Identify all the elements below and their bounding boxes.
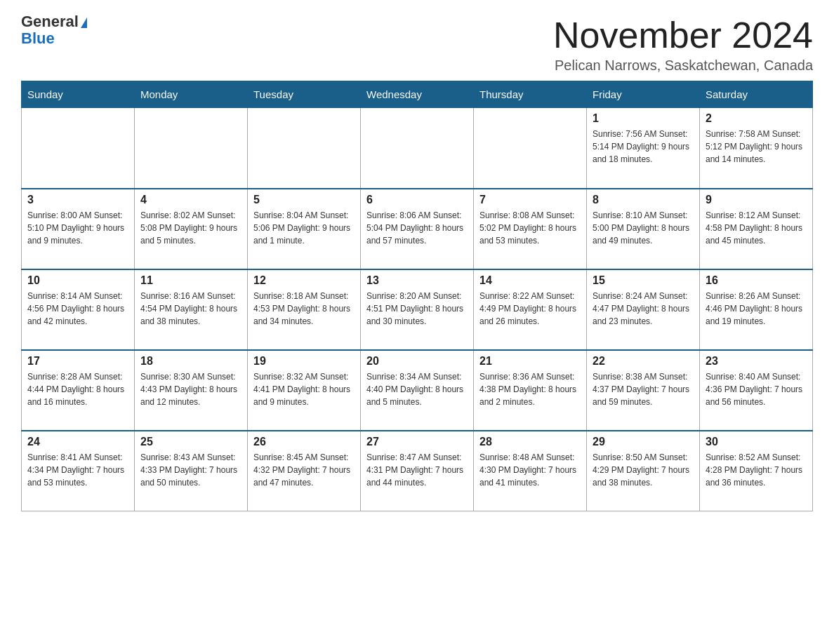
day-number: 1: [593, 112, 694, 125]
day-info: Sunrise: 8:34 AM Sunset: 4:40 PM Dayligh…: [366, 370, 468, 408]
weekday-header: Wednesday: [361, 81, 474, 108]
day-number: 7: [479, 194, 581, 206]
day-info: Sunrise: 8:00 AM Sunset: 5:10 PM Dayligh…: [27, 209, 128, 247]
calendar-cell: [474, 108, 587, 189]
day-number: 4: [140, 194, 241, 206]
calendar-cell: 28Sunrise: 8:48 AM Sunset: 4:30 PM Dayli…: [474, 431, 587, 511]
day-info: Sunrise: 8:48 AM Sunset: 4:30 PM Dayligh…: [479, 451, 581, 489]
calendar-cell: 8Sunrise: 8:10 AM Sunset: 5:00 PM Daylig…: [587, 189, 700, 269]
weekday-header: Thursday: [474, 81, 587, 108]
calendar-cell: 22Sunrise: 8:38 AM Sunset: 4:37 PM Dayli…: [587, 350, 700, 431]
day-info: Sunrise: 8:32 AM Sunset: 4:41 PM Dayligh…: [253, 370, 355, 408]
day-number: 20: [366, 355, 468, 368]
day-info: Sunrise: 8:26 AM Sunset: 4:46 PM Dayligh…: [706, 290, 807, 328]
day-number: 30: [706, 436, 807, 448]
weekday-header: Monday: [135, 81, 248, 108]
day-info: Sunrise: 8:52 AM Sunset: 4:28 PM Dayligh…: [706, 451, 807, 489]
calendar-table: SundayMondayTuesdayWednesdayThursdayFrid…: [21, 81, 813, 511]
calendar-cell: [135, 108, 248, 189]
day-number: 29: [593, 436, 694, 448]
day-number: 18: [140, 355, 241, 368]
logo-text-line2: Blue: [21, 29, 55, 48]
calendar-cell: 13Sunrise: 8:20 AM Sunset: 4:51 PM Dayli…: [361, 269, 474, 350]
day-number: 19: [253, 355, 355, 368]
calendar-cell: 12Sunrise: 8:18 AM Sunset: 4:53 PM Dayli…: [248, 269, 361, 350]
day-info: Sunrise: 8:14 AM Sunset: 4:56 PM Dayligh…: [27, 290, 128, 328]
calendar-cell: [248, 108, 361, 189]
day-number: 2: [706, 112, 807, 125]
title-area: November 2024 Pelican Narrows, Saskatche…: [553, 14, 813, 74]
day-number: 8: [593, 194, 694, 206]
calendar-cell: 18Sunrise: 8:30 AM Sunset: 4:43 PM Dayli…: [135, 350, 248, 431]
day-number: 27: [366, 436, 468, 448]
calendar-cell: 20Sunrise: 8:34 AM Sunset: 4:40 PM Dayli…: [361, 350, 474, 431]
calendar-cell: 25Sunrise: 8:43 AM Sunset: 4:33 PM Dayli…: [135, 431, 248, 511]
logo-triangle-icon: [81, 18, 87, 28]
day-number: 25: [140, 436, 241, 448]
day-number: 3: [27, 194, 128, 206]
day-info: Sunrise: 8:18 AM Sunset: 4:53 PM Dayligh…: [253, 290, 355, 328]
day-number: 9: [706, 194, 807, 206]
calendar-cell: 3Sunrise: 8:00 AM Sunset: 5:10 PM Daylig…: [22, 189, 135, 269]
calendar-cell: 2Sunrise: 7:58 AM Sunset: 5:12 PM Daylig…: [700, 108, 813, 189]
day-info: Sunrise: 8:41 AM Sunset: 4:34 PM Dayligh…: [27, 451, 128, 489]
day-number: 17: [27, 355, 128, 368]
day-info: Sunrise: 8:06 AM Sunset: 5:04 PM Dayligh…: [366, 209, 468, 247]
calendar-cell: 10Sunrise: 8:14 AM Sunset: 4:56 PM Dayli…: [22, 269, 135, 350]
day-number: 12: [253, 274, 355, 287]
calendar-cell: 15Sunrise: 8:24 AM Sunset: 4:47 PM Dayli…: [587, 269, 700, 350]
calendar-cell: [22, 108, 135, 189]
day-info: Sunrise: 8:47 AM Sunset: 4:31 PM Dayligh…: [366, 451, 468, 489]
day-number: 13: [366, 274, 468, 287]
calendar-cell: 1Sunrise: 7:56 AM Sunset: 5:14 PM Daylig…: [587, 108, 700, 189]
day-info: Sunrise: 8:28 AM Sunset: 4:44 PM Dayligh…: [27, 370, 128, 408]
calendar-cell: 23Sunrise: 8:40 AM Sunset: 4:36 PM Dayli…: [700, 350, 813, 431]
calendar-cell: 26Sunrise: 8:45 AM Sunset: 4:32 PM Dayli…: [248, 431, 361, 511]
header: General Blue November 2024 Pelican Narro…: [21, 14, 813, 74]
day-info: Sunrise: 8:45 AM Sunset: 4:32 PM Dayligh…: [253, 451, 355, 489]
day-number: 28: [479, 436, 581, 448]
day-info: Sunrise: 8:43 AM Sunset: 4:33 PM Dayligh…: [140, 451, 241, 489]
day-number: 22: [593, 355, 694, 368]
day-info: Sunrise: 8:22 AM Sunset: 4:49 PM Dayligh…: [479, 290, 581, 328]
day-number: 6: [366, 194, 468, 206]
day-info: Sunrise: 7:56 AM Sunset: 5:14 PM Dayligh…: [593, 128, 694, 166]
day-info: Sunrise: 7:58 AM Sunset: 5:12 PM Dayligh…: [706, 128, 807, 166]
day-number: 23: [706, 355, 807, 368]
calendar-cell: 14Sunrise: 8:22 AM Sunset: 4:49 PM Dayli…: [474, 269, 587, 350]
calendar-cell: 7Sunrise: 8:08 AM Sunset: 5:02 PM Daylig…: [474, 189, 587, 269]
day-number: 26: [253, 436, 355, 448]
calendar-cell: 24Sunrise: 8:41 AM Sunset: 4:34 PM Dayli…: [22, 431, 135, 511]
day-info: Sunrise: 8:40 AM Sunset: 4:36 PM Dayligh…: [706, 370, 807, 408]
logo-text-line1: General: [21, 14, 87, 29]
day-number: 5: [253, 194, 355, 206]
weekday-header: Friday: [587, 81, 700, 108]
day-number: 21: [479, 355, 581, 368]
day-info: Sunrise: 8:38 AM Sunset: 4:37 PM Dayligh…: [593, 370, 694, 408]
day-number: 24: [27, 436, 128, 448]
day-info: Sunrise: 8:24 AM Sunset: 4:47 PM Dayligh…: [593, 290, 694, 328]
day-number: 10: [27, 274, 128, 287]
calendar-cell: 30Sunrise: 8:52 AM Sunset: 4:28 PM Dayli…: [700, 431, 813, 511]
day-info: Sunrise: 8:20 AM Sunset: 4:51 PM Dayligh…: [366, 290, 468, 328]
calendar-cell: 4Sunrise: 8:02 AM Sunset: 5:08 PM Daylig…: [135, 189, 248, 269]
calendar-cell: 11Sunrise: 8:16 AM Sunset: 4:54 PM Dayli…: [135, 269, 248, 350]
day-info: Sunrise: 8:36 AM Sunset: 4:38 PM Dayligh…: [479, 370, 581, 408]
calendar-cell: 29Sunrise: 8:50 AM Sunset: 4:29 PM Dayli…: [587, 431, 700, 511]
day-number: 16: [706, 274, 807, 287]
calendar-cell: 5Sunrise: 8:04 AM Sunset: 5:06 PM Daylig…: [248, 189, 361, 269]
weekday-header: Saturday: [700, 81, 813, 108]
day-info: Sunrise: 8:12 AM Sunset: 4:58 PM Dayligh…: [706, 209, 807, 247]
weekday-header: Tuesday: [248, 81, 361, 108]
weekday-header: Sunday: [22, 81, 135, 108]
day-number: 14: [479, 274, 581, 287]
location-title: Pelican Narrows, Saskatchewan, Canada: [553, 58, 813, 74]
calendar-cell: 17Sunrise: 8:28 AM Sunset: 4:44 PM Dayli…: [22, 350, 135, 431]
month-title: November 2024: [553, 14, 813, 56]
day-number: 11: [140, 274, 241, 287]
day-info: Sunrise: 8:04 AM Sunset: 5:06 PM Dayligh…: [253, 209, 355, 247]
day-info: Sunrise: 8:10 AM Sunset: 5:00 PM Dayligh…: [593, 209, 694, 247]
calendar-cell: 16Sunrise: 8:26 AM Sunset: 4:46 PM Dayli…: [700, 269, 813, 350]
calendar-cell: 21Sunrise: 8:36 AM Sunset: 4:38 PM Dayli…: [474, 350, 587, 431]
day-info: Sunrise: 8:16 AM Sunset: 4:54 PM Dayligh…: [140, 290, 241, 328]
